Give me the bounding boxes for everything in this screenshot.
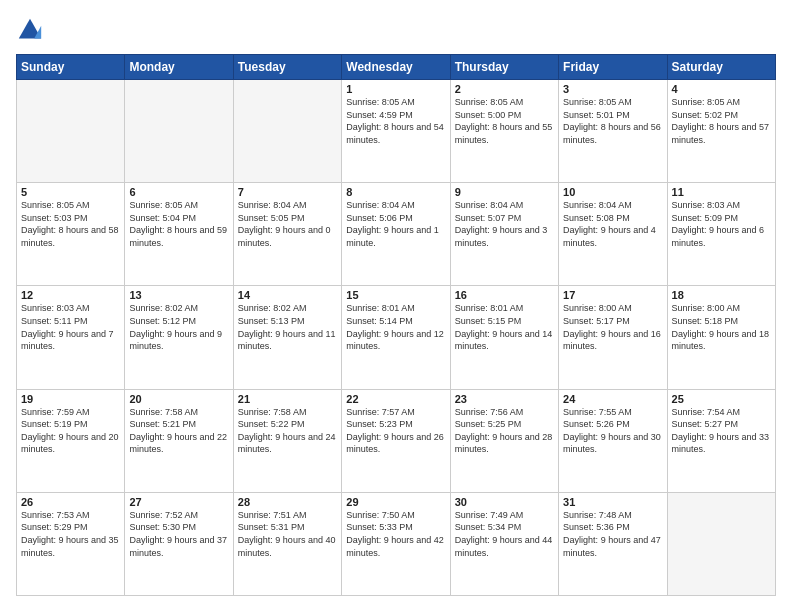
calendar-cell: 31Sunrise: 7:48 AM Sunset: 5:36 PM Dayli… bbox=[559, 492, 667, 595]
day-detail: Sunrise: 7:55 AM Sunset: 5:26 PM Dayligh… bbox=[563, 406, 662, 456]
day-detail: Sunrise: 7:58 AM Sunset: 5:22 PM Dayligh… bbox=[238, 406, 337, 456]
day-number: 29 bbox=[346, 496, 445, 508]
calendar-cell: 12Sunrise: 8:03 AM Sunset: 5:11 PM Dayli… bbox=[17, 286, 125, 389]
day-detail: Sunrise: 8:00 AM Sunset: 5:17 PM Dayligh… bbox=[563, 302, 662, 352]
day-number: 16 bbox=[455, 289, 554, 301]
day-detail: Sunrise: 8:04 AM Sunset: 5:06 PM Dayligh… bbox=[346, 199, 445, 249]
calendar-cell: 22Sunrise: 7:57 AM Sunset: 5:23 PM Dayli… bbox=[342, 389, 450, 492]
day-number: 19 bbox=[21, 393, 120, 405]
calendar-cell: 11Sunrise: 8:03 AM Sunset: 5:09 PM Dayli… bbox=[667, 183, 775, 286]
day-number: 12 bbox=[21, 289, 120, 301]
day-detail: Sunrise: 8:02 AM Sunset: 5:12 PM Dayligh… bbox=[129, 302, 228, 352]
day-detail: Sunrise: 7:50 AM Sunset: 5:33 PM Dayligh… bbox=[346, 509, 445, 559]
calendar-cell: 18Sunrise: 8:00 AM Sunset: 5:18 PM Dayli… bbox=[667, 286, 775, 389]
day-detail: Sunrise: 7:54 AM Sunset: 5:27 PM Dayligh… bbox=[672, 406, 771, 456]
day-number: 1 bbox=[346, 83, 445, 95]
day-number: 3 bbox=[563, 83, 662, 95]
day-number: 17 bbox=[563, 289, 662, 301]
calendar-cell: 5Sunrise: 8:05 AM Sunset: 5:03 PM Daylig… bbox=[17, 183, 125, 286]
day-number: 5 bbox=[21, 186, 120, 198]
day-number: 8 bbox=[346, 186, 445, 198]
days-row: SundayMondayTuesdayWednesdayThursdayFrid… bbox=[17, 55, 776, 80]
day-number: 14 bbox=[238, 289, 337, 301]
day-number: 28 bbox=[238, 496, 337, 508]
day-detail: Sunrise: 8:04 AM Sunset: 5:07 PM Dayligh… bbox=[455, 199, 554, 249]
calendar-cell: 25Sunrise: 7:54 AM Sunset: 5:27 PM Dayli… bbox=[667, 389, 775, 492]
day-detail: Sunrise: 7:53 AM Sunset: 5:29 PM Dayligh… bbox=[21, 509, 120, 559]
logo bbox=[16, 16, 48, 44]
calendar-cell: 7Sunrise: 8:04 AM Sunset: 5:05 PM Daylig… bbox=[233, 183, 341, 286]
calendar-cell: 6Sunrise: 8:05 AM Sunset: 5:04 PM Daylig… bbox=[125, 183, 233, 286]
day-header-saturday: Saturday bbox=[667, 55, 775, 80]
day-number: 23 bbox=[455, 393, 554, 405]
calendar-cell: 16Sunrise: 8:01 AM Sunset: 5:15 PM Dayli… bbox=[450, 286, 558, 389]
day-detail: Sunrise: 7:56 AM Sunset: 5:25 PM Dayligh… bbox=[455, 406, 554, 456]
calendar-cell: 24Sunrise: 7:55 AM Sunset: 5:26 PM Dayli… bbox=[559, 389, 667, 492]
week-row-0: 1Sunrise: 8:05 AM Sunset: 4:59 PM Daylig… bbox=[17, 80, 776, 183]
day-number: 10 bbox=[563, 186, 662, 198]
day-number: 26 bbox=[21, 496, 120, 508]
calendar-cell: 27Sunrise: 7:52 AM Sunset: 5:30 PM Dayli… bbox=[125, 492, 233, 595]
page: SundayMondayTuesdayWednesdayThursdayFrid… bbox=[0, 0, 792, 612]
calendar-cell: 29Sunrise: 7:50 AM Sunset: 5:33 PM Dayli… bbox=[342, 492, 450, 595]
day-detail: Sunrise: 8:03 AM Sunset: 5:09 PM Dayligh… bbox=[672, 199, 771, 249]
calendar-body: 1Sunrise: 8:05 AM Sunset: 4:59 PM Daylig… bbox=[17, 80, 776, 596]
day-header-friday: Friday bbox=[559, 55, 667, 80]
day-number: 24 bbox=[563, 393, 662, 405]
day-detail: Sunrise: 8:04 AM Sunset: 5:08 PM Dayligh… bbox=[563, 199, 662, 249]
calendar-cell bbox=[667, 492, 775, 595]
day-detail: Sunrise: 8:05 AM Sunset: 5:02 PM Dayligh… bbox=[672, 96, 771, 146]
day-number: 6 bbox=[129, 186, 228, 198]
calendar-cell: 3Sunrise: 8:05 AM Sunset: 5:01 PM Daylig… bbox=[559, 80, 667, 183]
calendar-cell: 1Sunrise: 8:05 AM Sunset: 4:59 PM Daylig… bbox=[342, 80, 450, 183]
day-detail: Sunrise: 8:03 AM Sunset: 5:11 PM Dayligh… bbox=[21, 302, 120, 352]
week-row-4: 26Sunrise: 7:53 AM Sunset: 5:29 PM Dayli… bbox=[17, 492, 776, 595]
calendar-cell: 23Sunrise: 7:56 AM Sunset: 5:25 PM Dayli… bbox=[450, 389, 558, 492]
week-row-1: 5Sunrise: 8:05 AM Sunset: 5:03 PM Daylig… bbox=[17, 183, 776, 286]
calendar-cell: 28Sunrise: 7:51 AM Sunset: 5:31 PM Dayli… bbox=[233, 492, 341, 595]
day-number: 2 bbox=[455, 83, 554, 95]
day-detail: Sunrise: 7:52 AM Sunset: 5:30 PM Dayligh… bbox=[129, 509, 228, 559]
calendar-cell: 8Sunrise: 8:04 AM Sunset: 5:06 PM Daylig… bbox=[342, 183, 450, 286]
calendar-cell: 21Sunrise: 7:58 AM Sunset: 5:22 PM Dayli… bbox=[233, 389, 341, 492]
day-number: 31 bbox=[563, 496, 662, 508]
day-detail: Sunrise: 8:05 AM Sunset: 5:04 PM Dayligh… bbox=[129, 199, 228, 249]
day-detail: Sunrise: 8:04 AM Sunset: 5:05 PM Dayligh… bbox=[238, 199, 337, 249]
day-number: 22 bbox=[346, 393, 445, 405]
calendar-cell: 30Sunrise: 7:49 AM Sunset: 5:34 PM Dayli… bbox=[450, 492, 558, 595]
day-header-thursday: Thursday bbox=[450, 55, 558, 80]
day-number: 9 bbox=[455, 186, 554, 198]
day-header-wednesday: Wednesday bbox=[342, 55, 450, 80]
calendar-cell: 15Sunrise: 8:01 AM Sunset: 5:14 PM Dayli… bbox=[342, 286, 450, 389]
day-detail: Sunrise: 8:05 AM Sunset: 5:01 PM Dayligh… bbox=[563, 96, 662, 146]
header bbox=[16, 16, 776, 44]
week-row-3: 19Sunrise: 7:59 AM Sunset: 5:19 PM Dayli… bbox=[17, 389, 776, 492]
day-number: 25 bbox=[672, 393, 771, 405]
calendar-cell: 10Sunrise: 8:04 AM Sunset: 5:08 PM Dayli… bbox=[559, 183, 667, 286]
calendar-cell: 19Sunrise: 7:59 AM Sunset: 5:19 PM Dayli… bbox=[17, 389, 125, 492]
day-number: 13 bbox=[129, 289, 228, 301]
day-number: 20 bbox=[129, 393, 228, 405]
day-detail: Sunrise: 7:59 AM Sunset: 5:19 PM Dayligh… bbox=[21, 406, 120, 456]
day-detail: Sunrise: 7:49 AM Sunset: 5:34 PM Dayligh… bbox=[455, 509, 554, 559]
day-number: 18 bbox=[672, 289, 771, 301]
calendar-cell bbox=[233, 80, 341, 183]
calendar-table: SundayMondayTuesdayWednesdayThursdayFrid… bbox=[16, 54, 776, 596]
calendar-cell: 17Sunrise: 8:00 AM Sunset: 5:17 PM Dayli… bbox=[559, 286, 667, 389]
day-detail: Sunrise: 7:51 AM Sunset: 5:31 PM Dayligh… bbox=[238, 509, 337, 559]
day-number: 21 bbox=[238, 393, 337, 405]
day-detail: Sunrise: 8:05 AM Sunset: 5:03 PM Dayligh… bbox=[21, 199, 120, 249]
day-number: 27 bbox=[129, 496, 228, 508]
calendar-cell: 2Sunrise: 8:05 AM Sunset: 5:00 PM Daylig… bbox=[450, 80, 558, 183]
day-header-monday: Monday bbox=[125, 55, 233, 80]
day-number: 15 bbox=[346, 289, 445, 301]
day-detail: Sunrise: 8:00 AM Sunset: 5:18 PM Dayligh… bbox=[672, 302, 771, 352]
calendar-header: SundayMondayTuesdayWednesdayThursdayFrid… bbox=[17, 55, 776, 80]
day-number: 4 bbox=[672, 83, 771, 95]
day-detail: Sunrise: 7:58 AM Sunset: 5:21 PM Dayligh… bbox=[129, 406, 228, 456]
calendar-cell: 4Sunrise: 8:05 AM Sunset: 5:02 PM Daylig… bbox=[667, 80, 775, 183]
day-header-sunday: Sunday bbox=[17, 55, 125, 80]
day-detail: Sunrise: 8:05 AM Sunset: 5:00 PM Dayligh… bbox=[455, 96, 554, 146]
day-number: 30 bbox=[455, 496, 554, 508]
day-detail: Sunrise: 8:01 AM Sunset: 5:14 PM Dayligh… bbox=[346, 302, 445, 352]
